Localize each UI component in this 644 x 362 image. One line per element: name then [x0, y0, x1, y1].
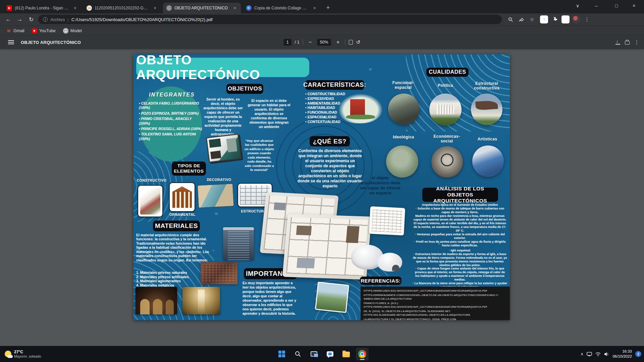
- poster-title: OBJETO ARQUITECTÓNICO: [136, 58, 309, 77]
- page-info-icon[interactable]: i: [43, 17, 48, 22]
- bookmark-star-icon[interactable]: ☆: [527, 14, 537, 24]
- materiales-heading: MATERIALES: [153, 221, 200, 231]
- fit-page-icon[interactable]: [349, 40, 353, 45]
- cast-screen-icon[interactable]: [587, 352, 592, 356]
- taskbar-center: [275, 348, 369, 360]
- globe-icon: [63, 28, 68, 34]
- tab-course[interactable]: 1n 11202005120101202202-G2-415 ×: [83, 3, 161, 13]
- reload-icon[interactable]: ↻: [25, 14, 37, 24]
- adobe-house-sketch-image: [369, 206, 405, 235]
- maximize-icon[interactable]: □: [609, 0, 624, 11]
- globe-icon: [166, 5, 172, 11]
- zoom-in-button[interactable]: +: [334, 39, 342, 45]
- print-icon[interactable]: [625, 41, 630, 45]
- back-icon[interactable]: ←: [3, 14, 14, 24]
- pdf-menu-icon[interactable]: [8, 40, 14, 44]
- volume-icon[interactable]: [604, 352, 609, 356]
- tray-time: 16:33: [612, 349, 632, 354]
- landscape-photo-image: [315, 282, 349, 313]
- bookmark-gmail[interactable]: M Gmail: [3, 27, 27, 35]
- red-building-image: [339, 94, 382, 123]
- close-icon[interactable]: ×: [312, 5, 317, 11]
- white-square-extension-icon[interactable]: [561, 15, 570, 23]
- tray-chevron-icon[interactable]: ∧: [581, 352, 584, 356]
- caracteristicas-heading: CARACTERÍSTICAS:: [305, 80, 364, 90]
- zoom-out-button[interactable]: −: [307, 39, 314, 45]
- toolbar-separator: [345, 39, 345, 45]
- ornamental-image: [169, 182, 195, 212]
- analisis-paragraph: Madera en techo para dar resistencia a l…: [412, 214, 507, 233]
- download-icon[interactable]: [615, 40, 620, 45]
- start-button[interactable]: [275, 348, 288, 360]
- referencia-item: DE, N. (2019). EL OBJETO EN LA ARQUITECT…: [364, 309, 507, 317]
- page-total-label: / 1: [295, 40, 300, 45]
- bookmark-model[interactable]: Model: [60, 27, 85, 35]
- integrantes-heading: INTEGRANTES: [149, 92, 193, 98]
- toolbar-separator: [303, 39, 303, 45]
- tab-youtube[interactable]: (812) Paulo Londra - Sigan Habla ×: [3, 3, 81, 13]
- bookmarks-bar: M Gmail YouTube Model: [0, 25, 644, 36]
- screen: (812) Paulo Londra - Sigan Habla × 1n 11…: [0, 0, 644, 362]
- pdf-viewport[interactable]: OBJETO ARQUITECTÓNICO INTEGRANTES CELADI…: [0, 49, 644, 346]
- puzzle-extensions-icon[interactable]: [551, 15, 559, 23]
- member-item: CELADITA FABIO, LUISFERNANDO (100%): [139, 101, 203, 110]
- forward-icon[interactable]: →: [14, 14, 25, 24]
- close-icon[interactable]: ×: [72, 5, 78, 11]
- analisis-paragraph: · Capas de nieve fungen como aislante de…: [412, 267, 507, 282]
- extension-arrow-icon[interactable]: ↑: [540, 15, 548, 23]
- cathedral-interior-image: [182, 287, 220, 314]
- zoom-level-label[interactable]: 50%: [317, 39, 331, 46]
- bookmark-youtube[interactable]: YouTube: [29, 27, 58, 35]
- notification-badge[interactable]: 2: [635, 351, 641, 357]
- new-tab-button[interactable]: +: [323, 4, 333, 12]
- cualidad-label: Ideológica: [391, 135, 416, 139]
- close-window-icon[interactable]: ×: [627, 0, 641, 11]
- tipo-ornamental-label: ORNAMENTAL: [168, 213, 197, 217]
- magazine-collage-image: [206, 133, 242, 163]
- referencia-item: HTTPS://WWW.UAEH.EDU.MX/DOCENCIA/P_LECTU…: [364, 289, 507, 293]
- url-text: C:/Users/51925/Downloads/OBJETO%20ARQUIT…: [71, 17, 213, 22]
- scheme-label: Archivo: [50, 17, 65, 22]
- close-icon[interactable]: ×: [232, 5, 237, 11]
- file-explorer-button[interactable]: [340, 348, 353, 360]
- analisis-paragraph: · Iglú esquimal.: [412, 249, 507, 252]
- tab-pdf-active[interactable]: OBJETO ARQUITECTÓNICO ×: [163, 3, 241, 13]
- close-icon[interactable]: ×: [152, 5, 158, 11]
- clock[interactable]: 16:33 06/10/2022: [612, 349, 632, 359]
- task-view-button[interactable]: [308, 348, 320, 360]
- brick-building-image: [201, 262, 237, 284]
- minimize-icon[interactable]: –: [589, 0, 604, 11]
- analisis-heading: ANÁLISIS DE LOS OBJETOS ARQUITECTÓNICOS: [422, 188, 498, 202]
- arches-interior-image: [136, 287, 177, 314]
- integrantes-list: CELADITA FABIO, LUISFERNANDO (100%) POZO…: [139, 101, 203, 141]
- cualidad-economicas-image: [431, 146, 463, 178]
- browser-menu-icon[interactable]: ⋮: [582, 14, 592, 24]
- tipos-heading: TIPOS DE ELEMENTOS: [172, 162, 206, 176]
- search-button[interactable]: [291, 348, 304, 360]
- wifi-icon[interactable]: [595, 352, 601, 356]
- que-es-heading: ¿QUÉ ES?: [310, 136, 350, 146]
- skyscraper-image: [223, 227, 254, 260]
- analisis-paragraph: · Solución a base de muros de tabique de…: [412, 207, 507, 214]
- windows-icon: [278, 351, 285, 357]
- tipo-constructivo-label: CONSTRUCTIVO: [135, 178, 168, 182]
- zoom-search-icon[interactable]: [505, 14, 516, 24]
- tab-canva[interactable]: C Copia de Colorido Collage Celeb ×: [243, 3, 321, 13]
- referencia-item: FRANCO FLORES, A. (N.D.). HTTPS://WWW.UA…: [364, 301, 507, 309]
- referencia-item: LA ARQUITECTURA Y EL OBJETO ARQUITECTONI…: [364, 317, 507, 320]
- page-number-input[interactable]: 1: [284, 39, 291, 46]
- profile-avatar[interactable]: [572, 15, 580, 23]
- window-menu-icon[interactable]: ∨: [570, 0, 585, 11]
- weather-widget[interactable]: 27°C Mayorm. soleado: [5, 350, 41, 358]
- chrome-button[interactable]: [356, 348, 369, 360]
- chat-button[interactable]: [324, 348, 336, 360]
- rotate-icon[interactable]: ↻: [356, 39, 361, 45]
- pdf-more-icon[interactable]: ⋮: [634, 39, 639, 45]
- address-bar[interactable]: i Archivo | C:/Users/51925/Downloads/OBJ…: [38, 15, 502, 24]
- side-note-text: el objeto arquitectónico debe ser capaz …: [359, 176, 402, 196]
- analisis-paragraph: Arquitectura típica en el Suroeste de Es…: [412, 203, 507, 207]
- pdf-document-title: OBJETO ARQUITECTÓNICO: [21, 40, 81, 45]
- folder-icon: [342, 352, 350, 357]
- share-icon[interactable]: [516, 14, 527, 24]
- cualidad-estructural-image: [471, 94, 502, 125]
